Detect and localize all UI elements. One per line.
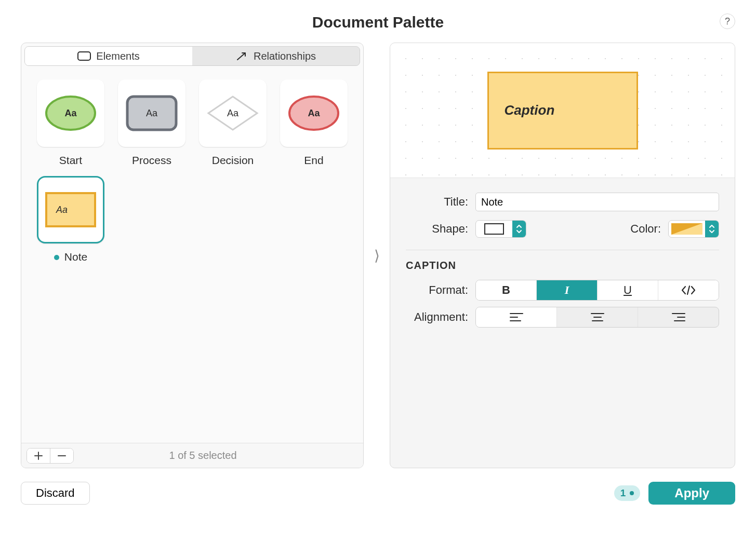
align-left-button[interactable] <box>476 307 557 327</box>
title-label: Title: <box>406 195 468 209</box>
element-tile-note[interactable]: Aa <box>37 176 104 243</box>
element-cell-note: AaNote <box>35 176 107 263</box>
shape-label: Shape: <box>406 222 468 236</box>
color-select[interactable] <box>668 220 719 238</box>
right-actions: 1 Apply <box>614 482 735 505</box>
align-right-button[interactable] <box>638 307 719 327</box>
format-label: Format: <box>406 283 468 297</box>
properties-panel: Caption Title: Shape: <box>390 43 735 468</box>
element-label-process: Process <box>132 154 171 167</box>
bottom-bar: Discard 1 Apply <box>21 482 735 505</box>
rectangle-icon <box>77 51 91 61</box>
alignment-label: Alignment: <box>406 310 468 324</box>
format-code-button[interactable] <box>658 280 719 300</box>
alignment-button-group <box>475 307 719 328</box>
shape-select[interactable] <box>475 220 526 238</box>
shape-swatch <box>476 223 512 235</box>
element-cell-start: AaStart <box>35 79 107 167</box>
discard-button[interactable]: Discard <box>21 482 90 505</box>
preview-canvas: Caption <box>390 43 735 178</box>
element-tile-process[interactable]: Aa <box>118 79 185 147</box>
pending-changes-badge: 1 <box>614 485 641 501</box>
color-stepper[interactable] <box>705 221 719 237</box>
element-tile-end[interactable]: Aa <box>280 79 348 147</box>
selection-status: 1 of 5 selected <box>74 450 363 461</box>
row-shape-color: Shape: Color: <box>406 215 719 242</box>
plus-icon <box>34 452 43 460</box>
help-icon: ? <box>725 16 730 27</box>
row-alignment: Alignment: <box>406 304 719 331</box>
element-label-note: Note <box>54 251 87 263</box>
apply-button[interactable]: Apply <box>648 482 735 505</box>
svg-text:Aa: Aa <box>56 205 68 215</box>
svg-text:Aa: Aa <box>146 108 158 118</box>
format-bold-button[interactable]: B <box>476 280 537 300</box>
tab-elements-label: Elements <box>96 50 139 62</box>
help-button[interactable]: ? <box>720 13 735 29</box>
tab-relationships-label: Relationships <box>254 50 316 62</box>
remove-element-button[interactable] <box>50 449 73 463</box>
element-label-decision: Decision <box>212 154 254 167</box>
title-row: Document Palette ? <box>21 13 735 31</box>
row-title: Title: <box>406 188 719 215</box>
element-label-start: Start <box>59 154 82 167</box>
element-cell-end: AaEnd <box>278 79 350 167</box>
svg-rect-0 <box>78 52 90 60</box>
tab-elements[interactable]: Elements <box>25 47 192 65</box>
svg-rect-11 <box>485 224 503 234</box>
elements-grid: AaStartAaProcessAaDecisionAaEndAaNote <box>21 66 363 443</box>
preview-shape: Caption <box>487 72 638 150</box>
dot-icon <box>630 491 634 495</box>
properties-form: Title: Shape: Color: <box>390 178 735 341</box>
element-label-text: Decision <box>212 154 254 166</box>
updown-icon <box>516 224 522 234</box>
svg-rect-9 <box>46 193 95 226</box>
svg-text:Aa: Aa <box>227 108 239 118</box>
arrow-icon <box>236 51 248 61</box>
element-label-text: Start <box>59 154 82 166</box>
align-right-icon <box>672 313 685 322</box>
title-input[interactable] <box>475 193 719 211</box>
element-tile-decision[interactable]: Aa <box>199 79 267 147</box>
modified-dot-icon <box>54 255 59 260</box>
elements-panel: Elements Relationships AaStartAaProcessA… <box>21 43 364 468</box>
element-cell-decision: AaDecision <box>197 79 269 167</box>
element-label-text: Note <box>64 251 87 263</box>
preview-caption: Caption <box>505 102 555 118</box>
color-label: Color: <box>619 222 661 236</box>
svg-text:Aa: Aa <box>308 108 320 118</box>
add-element-button[interactable] <box>27 449 50 463</box>
align-center-button[interactable] <box>557 307 638 327</box>
pending-changes-count: 1 <box>620 487 626 499</box>
color-swatch <box>669 223 705 235</box>
caption-section-heading: CAPTION <box>406 260 719 272</box>
format-underline-button[interactable]: U <box>598 280 658 300</box>
document-palette-window: Document Palette ? Elements Relationship… <box>0 0 756 543</box>
add-remove-group <box>26 448 74 464</box>
updown-icon <box>709 224 715 234</box>
format-italic-button[interactable]: I <box>537 280 598 300</box>
element-label-end: End <box>304 154 323 167</box>
element-cell-process: AaProcess <box>116 79 188 167</box>
align-center-icon <box>591 313 604 322</box>
element-tile-start[interactable]: Aa <box>37 79 104 147</box>
minus-icon <box>58 452 66 460</box>
row-format: Format: B I U <box>406 277 719 304</box>
elements-footer: 1 of 5 selected <box>21 443 363 468</box>
svg-text:Aa: Aa <box>64 108 77 118</box>
palette-type-segmented: Elements Relationships <box>24 46 360 66</box>
code-icon <box>681 285 696 295</box>
panel-resize-handle[interactable]: ⟩ <box>372 43 381 468</box>
align-left-icon <box>510 313 523 322</box>
tab-relationships[interactable]: Relationships <box>192 47 360 65</box>
element-label-text: Process <box>132 154 171 166</box>
window-title: Document Palette <box>21 13 735 31</box>
shape-stepper[interactable] <box>512 221 526 237</box>
format-button-group: B I U <box>475 280 719 301</box>
main-columns: Elements Relationships AaStartAaProcessA… <box>21 43 735 468</box>
section-divider <box>406 250 719 250</box>
element-label-text: End <box>304 154 323 166</box>
